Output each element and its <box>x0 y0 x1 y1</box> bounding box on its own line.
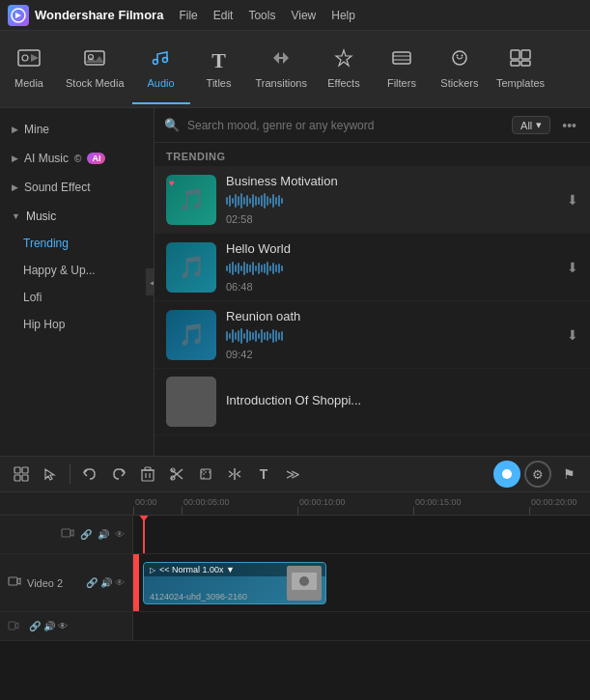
download-icon-1[interactable]: ⬇ <box>567 192 578 208</box>
menu-view[interactable]: View <box>291 9 316 22</box>
search-input[interactable] <box>187 119 504 132</box>
track-header-empty-2: 🔗 🔊 👁 <box>0 612 133 640</box>
ai-music-icon: © <box>74 154 81 164</box>
music-item-reunion-oath[interactable]: 🎵 Reunion oath 09:42 ⬇ <box>155 301 590 369</box>
toolbar-stickers[interactable]: Stickers <box>431 35 489 104</box>
ruler-label-0: 00:00 <box>133 497 157 507</box>
sidebar-item-happy-up[interactable]: Happy & Up... <box>0 257 154 284</box>
toolbar-transitions-label: Transitions <box>256 77 307 89</box>
redo-button[interactable] <box>105 461 132 488</box>
timeline-tracks: 🔗 🔊 👁 Video 2 🔗 🔊 👁 <box>0 516 590 641</box>
svg-rect-22 <box>142 470 154 481</box>
search-icon: 🔍 <box>164 118 180 132</box>
toolbar-filters[interactable]: Filters <box>373 35 431 104</box>
sidebar-section-ai-music: ▶ AI Music © AI <box>0 145 154 172</box>
cut-button[interactable] <box>163 461 190 488</box>
menu-edit[interactable]: Edit <box>213 9 234 22</box>
link-v3[interactable]: 🔗 <box>29 621 41 631</box>
sidebar-item-mine[interactable]: ▶ Mine <box>0 116 154 143</box>
search-filter-dropdown[interactable]: All ▾ <box>512 116 550 134</box>
sidebar: ▶ Mine ▶ AI Music © AI ▶ Sound Effect ▼ … <box>0 108 155 456</box>
eye-icon-v2[interactable]: 👁 <box>115 577 125 588</box>
sidebar-collapse-button[interactable]: ◀ <box>146 268 155 295</box>
music-item-intro-shopping[interactable]: Introduction Of Shoppi... <box>155 369 590 435</box>
link-icon-v2[interactable]: 🔗 <box>86 577 98 588</box>
svg-rect-18 <box>14 467 20 473</box>
toolbar-divider-1 <box>70 464 70 484</box>
sidebar-item-sound-effect[interactable]: ▶ Sound Effect <box>0 174 154 201</box>
music-duration-2: 06:48 <box>226 281 557 293</box>
eye-icon-empty[interactable]: 👁 <box>115 529 125 540</box>
toolbar-media[interactable]: Media <box>0 35 58 104</box>
sidebar-item-ai-music[interactable]: ▶ AI Music © AI <box>0 145 154 172</box>
toolbar-titles[interactable]: T Titles <box>190 35 248 104</box>
sound-effect-label: Sound Effect <box>24 181 91 194</box>
delete-button[interactable] <box>134 461 161 488</box>
svg-rect-15 <box>521 50 530 59</box>
ruler-mark-2: 00:00:10:00 <box>297 497 413 515</box>
svg-rect-31 <box>201 469 211 479</box>
sound-icon-empty[interactable]: 🔊 <box>98 529 109 540</box>
ruler-label-1: 00:00:05:00 <box>182 497 230 507</box>
top-menubar: Wondershare Filmora File Edit Tools View… <box>0 0 590 31</box>
eye-v3[interactable]: 👁 <box>58 621 68 631</box>
search-more-button[interactable]: ••• <box>558 118 580 133</box>
split-audio-button[interactable] <box>221 461 248 488</box>
music-thumb-1: ♥ 🎵 <box>166 175 216 225</box>
crop-button[interactable] <box>192 461 219 488</box>
video2-track-controls: 🔗 🔊 👁 <box>86 577 125 588</box>
playhead-indicator[interactable] <box>493 461 520 488</box>
download-icon-2[interactable]: ⬇ <box>567 260 578 275</box>
video-clip-1[interactable]: ▷ << Normal 1.00x ▼ 4124024-uhd_3096-216… <box>143 562 326 604</box>
toolbar-stickers-label: Stickers <box>440 77 478 89</box>
video3-icon <box>8 620 19 633</box>
music-info-1: Business Motivation 02:58 <box>226 174 557 225</box>
menu-help[interactable]: Help <box>331 9 355 22</box>
music-item-hello-world[interactable]: 🎵 Hello World 06:48 ⬇ <box>155 234 590 301</box>
sound-icon-v2[interactable]: 🔊 <box>100 577 112 588</box>
svg-point-11 <box>453 51 466 65</box>
svg-rect-8 <box>393 52 410 64</box>
svg-point-12 <box>456 54 458 56</box>
svg-rect-41 <box>9 622 15 630</box>
app-logo: Wondershare Filmora <box>8 5 163 26</box>
timeline-settings-button[interactable]: ⚙ <box>524 461 551 488</box>
toolbar-audio[interactable]: Audio <box>132 35 190 104</box>
toolbar-filters-label: Filters <box>387 77 416 89</box>
toolbar-templates[interactable]: Templates <box>489 35 552 104</box>
sidebar-section-sound-effect: ▶ Sound Effect <box>0 174 154 201</box>
track-content-empty-1 <box>133 516 590 553</box>
music-item-business-motivation[interactable]: ♥ 🎵 Business Motivation 02:58 ⬇ <box>155 166 590 234</box>
toolbar-stock-media[interactable]: Stock Media <box>58 35 132 104</box>
sound-v3[interactable]: 🔊 <box>43 621 55 631</box>
ruler-tick-4 <box>529 507 530 515</box>
text-button[interactable]: T <box>250 461 277 488</box>
timeline-flag-button[interactable]: ⚑ <box>555 461 582 488</box>
stock-media-icon <box>83 48 106 73</box>
scene-detect-button[interactable] <box>8 461 35 488</box>
ruler-tick-0 <box>133 507 134 515</box>
toolbar-transitions[interactable]: Transitions <box>248 35 315 104</box>
toolbar-effects[interactable]: Effects <box>315 35 373 104</box>
menu-tools[interactable]: Tools <box>248 9 275 22</box>
track-header-empty-1: 🔗 🔊 👁 <box>0 516 133 553</box>
select-tool-button[interactable] <box>37 461 64 488</box>
music-title-3: Reunion oath <box>226 309 557 323</box>
toolbar-effects-label: Effects <box>327 77 359 89</box>
sidebar-item-trending[interactable]: Trending <box>0 230 154 257</box>
content-panel: 🔍 All ▾ ••• TRENDING ♥ 🎵 Busines <box>155 108 590 456</box>
sidebar-item-lofi[interactable]: Lofi <box>0 284 154 311</box>
download-icon-3[interactable]: ⬇ <box>567 327 578 343</box>
sidebar-item-hip-hop[interactable]: Hip Hop <box>0 311 154 338</box>
undo-button[interactable] <box>76 461 103 488</box>
filter-label: All <box>520 120 532 131</box>
more-tools-button[interactable]: ≫ <box>279 461 306 488</box>
mine-label: Mine <box>24 123 49 136</box>
music-title-4: Introduction Of Shoppi... <box>226 393 578 407</box>
svg-rect-14 <box>511 50 520 59</box>
sidebar-item-music[interactable]: ▼ Music <box>0 203 154 230</box>
menu-file[interactable]: File <box>179 9 197 22</box>
link-icon-empty[interactable]: 🔗 <box>80 529 92 540</box>
note-icon-1: 🎵 <box>179 187 205 212</box>
toolbar-templates-label: Templates <box>496 77 545 89</box>
